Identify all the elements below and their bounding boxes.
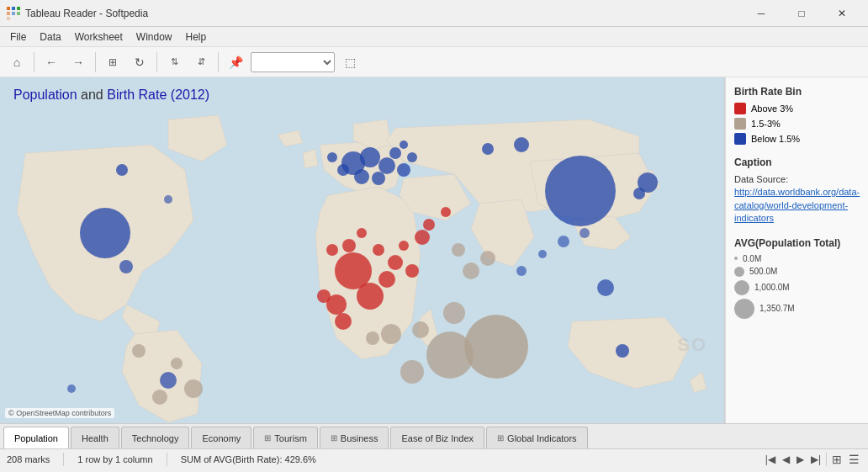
menu-data[interactable]: Data [33, 29, 67, 45]
legend-label-below1: Below 1.5% [751, 134, 800, 144]
caption-section: Caption Data Source: http://data.worldba… [734, 156, 860, 225]
menu-help[interactable]: Help [179, 29, 214, 45]
tab-ease-label: Ease of Biz Index [401, 433, 474, 443]
tab-population[interactable]: Population [3, 427, 69, 448]
birth-rate-legend: Birth Rate Bin Above 3% 1.5-3% Below 1.5… [734, 86, 860, 145]
svg-point-58 [160, 372, 177, 389]
menu-bar: File Data Worksheet Window Help [0, 27, 868, 47]
caption-prefix: Data Source: [734, 174, 788, 184]
back-button[interactable]: ← [40, 50, 63, 74]
svg-point-65 [558, 236, 569, 247]
menu-window[interactable]: Window [130, 29, 179, 45]
caption-link[interactable]: http://data.worldbank.org/data-catalog/w… [734, 187, 860, 223]
legend-item-below1: Below 1.5% [734, 133, 860, 145]
svg-point-10 [357, 283, 384, 310]
swatch-blue [734, 133, 746, 145]
last-page-button[interactable]: ▶| [809, 453, 823, 465]
home-button[interactable]: ⌂ [5, 50, 29, 74]
tab-global[interactable]: ⊞ Global Indicators [486, 427, 588, 448]
next-page-button[interactable]: ▶ [795, 453, 806, 465]
grid-view-button[interactable]: ⊞ [830, 453, 844, 466]
svg-point-56 [116, 164, 128, 176]
tab-economy[interactable]: Economy [191, 427, 251, 448]
avg-label-0: 0.0M [743, 254, 761, 263]
svg-point-26 [426, 331, 474, 379]
svg-rect-7 [17, 12, 20, 15]
legend-item-1to3: 1.5-3% [734, 118, 860, 130]
svg-point-36 [171, 358, 183, 369]
tab-health[interactable]: Health [71, 427, 119, 448]
svg-rect-2 [17, 7, 20, 10]
svg-point-45 [354, 169, 369, 184]
view-selector[interactable] [251, 52, 335, 72]
svg-point-50 [407, 152, 417, 162]
present-button[interactable]: ⬚ [338, 50, 362, 74]
tab-business[interactable]: ⊞ Business [320, 427, 389, 448]
tab-tourism-label: Tourism [274, 433, 307, 443]
avg-row-3: 1,350.7M [734, 299, 860, 319]
svg-point-30 [480, 251, 495, 266]
world-map [0, 103, 723, 422]
toolbar: ⌂ ← → ⊞ ↻ ⇅ ⇵ 📌 ⬚ [0, 47, 868, 77]
birth-rate-title: Birth Rate Bin [734, 86, 860, 98]
status-sep-2 [167, 453, 167, 466]
svg-point-14 [373, 244, 384, 256]
pin-button[interactable]: 📌 [224, 50, 247, 74]
status-marks: 208 marks [7, 454, 50, 464]
first-page-button[interactable]: |◀ [764, 453, 777, 465]
svg-point-16 [357, 228, 367, 238]
close-button[interactable]: ✕ [823, 0, 861, 27]
avg-row-2: 1,000.0M [734, 280, 860, 295]
svg-point-24 [415, 230, 430, 245]
right-panel: Birth Rate Bin Above 3% 1.5-3% Below 1.5… [725, 77, 868, 423]
svg-point-12 [378, 271, 395, 288]
minimize-button[interactable]: ─ [742, 0, 781, 27]
maximize-button[interactable]: □ [782, 0, 821, 27]
legend-label-1to3: 1.5-3% [751, 119, 781, 129]
avg-label-1: 500.0M [749, 267, 777, 276]
sort-desc-button[interactable]: ⇵ [189, 50, 213, 74]
list-view-button[interactable]: ☰ [847, 453, 861, 466]
svg-point-52 [514, 137, 529, 152]
svg-point-31 [381, 324, 401, 344]
svg-point-48 [397, 163, 410, 177]
sort-asc-button[interactable]: ⇅ [162, 50, 186, 74]
tabs-bar: Population Health Technology Economy ⊞ T… [0, 423, 868, 448]
caption-title: Caption [734, 156, 860, 168]
tab-technology-label: Technology [132, 433, 179, 443]
chart-title-and: and [77, 88, 108, 102]
legend-label-above3: Above 3% [751, 103, 793, 114]
tab-ease-of-biz[interactable]: Ease of Biz Index [390, 427, 484, 448]
swatch-gray [734, 118, 746, 130]
avg-label-3: 1,350.7M [760, 304, 795, 313]
svg-point-44 [372, 172, 385, 185]
tab-health-label: Health [82, 433, 108, 443]
menu-file[interactable]: File [3, 29, 33, 45]
chart-title-part2: Birth Rate (2012) [107, 88, 209, 102]
svg-point-28 [463, 263, 479, 279]
svg-point-34 [443, 302, 465, 324]
status-rows: 1 row by 1 column [77, 454, 152, 464]
tourism-tab-icon: ⊞ [264, 433, 271, 443]
forward-button[interactable]: → [66, 50, 90, 74]
svg-point-21 [317, 289, 331, 303]
prev-page-button[interactable]: ◀ [781, 453, 791, 465]
svg-point-15 [388, 255, 403, 270]
swatch-red [734, 103, 746, 114]
bookmark-button[interactable]: ⊞ [101, 50, 124, 74]
tab-tourism[interactable]: ⊞ Tourism [253, 427, 318, 448]
svg-point-37 [184, 379, 203, 398]
status-sep-3 [826, 453, 827, 466]
svg-point-46 [337, 164, 349, 176]
svg-point-55 [616, 344, 629, 358]
tab-business-label: Business [341, 433, 378, 443]
svg-point-25 [464, 315, 528, 379]
svg-point-57 [633, 188, 645, 199]
svg-point-59 [597, 279, 614, 296]
svg-point-13 [342, 239, 356, 252]
refresh-button[interactable]: ↻ [128, 50, 151, 74]
svg-point-39 [545, 156, 616, 226]
tab-technology[interactable]: Technology [121, 427, 190, 448]
svg-rect-1 [12, 7, 15, 10]
menu-worksheet[interactable]: Worksheet [68, 29, 130, 45]
